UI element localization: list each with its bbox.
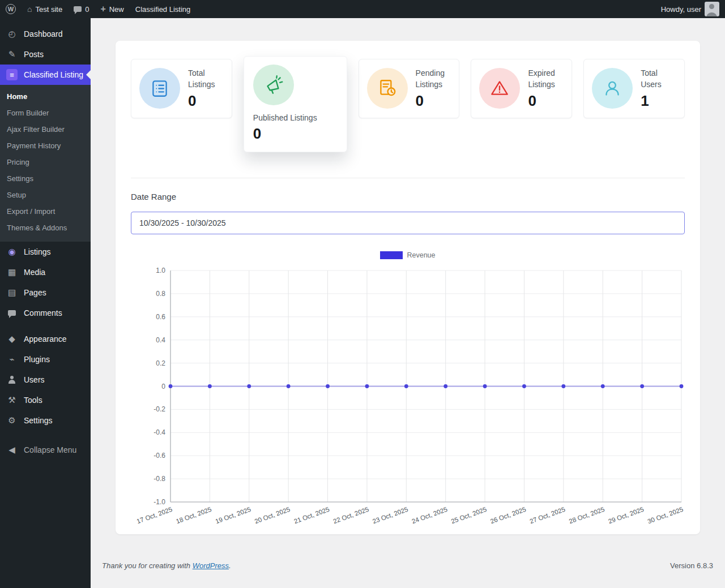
- dashboard-icon: ◴: [6, 29, 18, 39]
- sidebar-label-classified-listing: Classified Listing: [24, 70, 83, 79]
- sidebar-label-appearance: Appearance: [24, 334, 67, 344]
- sidebar-label-tools: Tools: [24, 396, 42, 405]
- avatar-head: [709, 4, 714, 9]
- submenu-item-ajax-filter-builder[interactable]: Ajax Filter Builder: [0, 121, 91, 138]
- svg-text:-0.8: -0.8: [153, 475, 165, 483]
- new-content-link[interactable]: + New: [95, 0, 129, 18]
- submenu-item-themes-addons[interactable]: Themes & Addons: [0, 220, 91, 236]
- sidebar-item-dashboard[interactable]: ◴ Dashboard: [0, 24, 91, 44]
- sidebar-item-settings[interactable]: ⚙ Settings: [0, 410, 91, 431]
- dashboard-panel: Total Listings 0: [116, 41, 700, 534]
- footer-thanks: Thank you for creating with WordPress.: [102, 561, 231, 570]
- listings-icon: ◉: [6, 247, 18, 257]
- avatar-body: [706, 12, 717, 16]
- sidebar-item-users[interactable]: Users: [0, 370, 91, 390]
- site-name-label: Test site: [35, 5, 62, 14]
- stat-card-total-listings: Total Listings 0: [131, 59, 232, 118]
- howdy-account-link[interactable]: Howdy, user: [655, 0, 725, 18]
- submenu-item-settings[interactable]: Settings: [0, 170, 91, 187]
- stat-card-total-users: Total Users 1: [583, 59, 685, 118]
- sidebar-item-classified-listing[interactable]: ≡ Classified Listing: [0, 65, 91, 85]
- svg-text:-0.2: -0.2: [153, 405, 165, 413]
- submenu-item-home[interactable]: Home: [0, 88, 91, 105]
- submenu-item-payment-history[interactable]: Payment History: [0, 138, 91, 154]
- published-listings-icon-circle: [253, 65, 294, 105]
- sidebar-label-comments: Comments: [24, 308, 62, 317]
- sidebar-label-plugins: Plugins: [24, 355, 50, 364]
- comments-icon: [6, 310, 18, 316]
- svg-text:23 Oct, 2025: 23 Oct, 2025: [372, 506, 409, 525]
- stat-card-published-listings: Published Listings 0: [244, 56, 347, 152]
- sidebar-label-media: Media: [24, 268, 45, 277]
- sidebar-label-dashboard: Dashboard: [24, 29, 63, 38]
- plus-icon: +: [100, 5, 105, 14]
- submenu-item-setup[interactable]: Setup: [0, 187, 91, 203]
- comments-count: 0: [85, 5, 89, 14]
- admin-bar: W ⌂ Test site 0 + New Classified Listing…: [0, 0, 725, 18]
- comments-toolbar-link[interactable]: 0: [68, 0, 95, 18]
- admin-bar-left: W ⌂ Test site 0 + New Classified Listing: [0, 0, 196, 18]
- revenue-line-chart: 1.00.80.60.40.20-0.2-0.4-0.6-0.8-1.017 O…: [131, 261, 685, 533]
- stat-label: Total Listings: [188, 67, 224, 91]
- footer-version: Version 6.8.3: [670, 561, 713, 570]
- stat-value: 0: [253, 125, 317, 143]
- site-name-link[interactable]: ⌂ Test site: [22, 0, 68, 18]
- submenu-item-form-builder[interactable]: Form Builder: [0, 105, 91, 121]
- submenu-item-pricing[interactable]: Pricing: [0, 154, 91, 170]
- svg-text:0.8: 0.8: [156, 290, 165, 298]
- sidebar-item-comments[interactable]: Comments: [0, 303, 91, 323]
- svg-text:19 Oct, 2025: 19 Oct, 2025: [214, 506, 251, 525]
- howdy-label: Howdy, user: [661, 5, 701, 14]
- sidebar-item-tools[interactable]: ⚒ Tools: [0, 390, 91, 410]
- stats-row: Total Listings 0: [131, 59, 685, 155]
- comment-bubble-shape: [8, 310, 16, 316]
- svg-text:-0.6: -0.6: [153, 452, 165, 460]
- wordpress-logo-icon: W: [6, 4, 16, 14]
- classified-listing-toolbar-link[interactable]: Classified Listing: [130, 0, 197, 18]
- wordpress-link[interactable]: WordPress: [193, 561, 229, 570]
- footer-thanks-prefix: Thank you for creating with: [102, 561, 193, 570]
- stat-label: Pending Listings: [416, 67, 451, 91]
- sidebar-item-listings[interactable]: ◉ Listings: [0, 242, 91, 262]
- sidebar-item-media[interactable]: ▦ Media: [0, 262, 91, 282]
- stat-value: 0: [416, 92, 451, 110]
- footer-thanks-suffix: .: [229, 561, 231, 570]
- date-range-input[interactable]: [131, 212, 685, 234]
- sidebar-label-users: Users: [24, 375, 45, 384]
- collapse-menu-button[interactable]: ◀ Collapse Menu: [0, 440, 91, 460]
- pending-listings-icon-circle: [367, 68, 408, 109]
- home-icon: ⌂: [27, 5, 32, 13]
- svg-text:26 Oct, 2025: 26 Oct, 2025: [489, 506, 527, 525]
- classified-listing-submenu: Home Form Builder Ajax Filter Builder Pa…: [0, 85, 91, 242]
- chart-legend[interactable]: Revenue: [131, 251, 685, 259]
- sidebar: ◴ Dashboard ✎ Posts ≡ Classified Listing…: [0, 18, 91, 588]
- wp-logo-menu[interactable]: W: [0, 0, 22, 18]
- clipboard-list-icon: [149, 78, 170, 99]
- admin-footer: Thank you for creating with WordPress. V…: [102, 561, 713, 570]
- svg-text:25 Oct, 2025: 25 Oct, 2025: [450, 506, 488, 525]
- svg-text:29 Oct, 2025: 29 Oct, 2025: [607, 506, 645, 525]
- svg-text:30 Oct, 2025: 30 Oct, 2025: [647, 506, 684, 525]
- classified-listing-icon-wrap: ≡: [6, 69, 18, 80]
- appearance-icon: ◆: [6, 334, 18, 344]
- user-avatar: [705, 2, 719, 16]
- users-icon: [6, 376, 18, 384]
- stat-label: Published Listings: [253, 112, 317, 123]
- submenu-item-export-import[interactable]: Export / Import: [0, 203, 91, 220]
- new-label: New: [109, 5, 124, 14]
- sidebar-item-appearance[interactable]: ◆ Appearance: [0, 329, 91, 349]
- svg-text:0: 0: [161, 383, 165, 390]
- stat-card-expired-listings: Expired Listings 0: [471, 59, 572, 118]
- expired-listings-icon-circle: [479, 68, 520, 109]
- svg-text:0.4: 0.4: [156, 336, 165, 344]
- admin-layout: ◴ Dashboard ✎ Posts ≡ Classified Listing…: [0, 18, 725, 588]
- comment-bubble-icon: [74, 6, 82, 12]
- svg-text:0.6: 0.6: [156, 313, 165, 321]
- svg-text:17 Oct, 2025: 17 Oct, 2025: [136, 506, 173, 525]
- sidebar-item-posts[interactable]: ✎ Posts: [0, 44, 91, 65]
- svg-text:24 Oct, 2025: 24 Oct, 2025: [411, 506, 448, 525]
- sidebar-item-plugins[interactable]: ⌁ Plugins: [0, 349, 91, 370]
- stat-label: Total Users: [641, 67, 676, 91]
- sidebar-item-pages[interactable]: ▤ Pages: [0, 282, 91, 303]
- menu-separator: [0, 323, 91, 329]
